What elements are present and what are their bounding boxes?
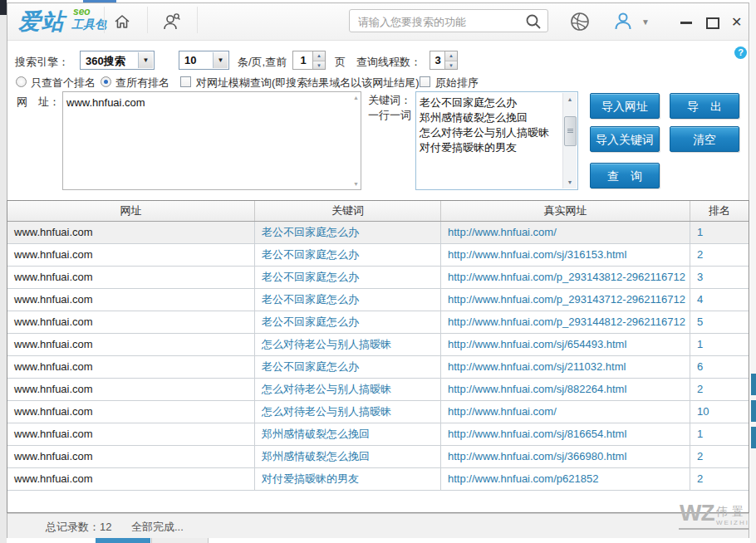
cell-rank: 1 [690,222,749,243]
cell-rank: 4 [690,289,749,311]
table-row[interactable]: www.hnfuai.com 对付爱搞暧昧的男友 http://www.hnfu… [7,468,749,491]
import-keywords-button[interactable]: 导入关键词 [590,126,660,152]
cell-real-url[interactable]: http://www.hnfuai.com/sj/654493.html [441,334,690,355]
table-row[interactable]: www.hnfuai.com 郑州感情破裂怎么挽回 http://www.hnf… [7,446,749,468]
threads-stepper[interactable]: 3 ▲▼ [430,51,458,70]
stepper-down-icon[interactable]: ▼ [445,61,457,70]
scroll-up-icon[interactable]: ▲ [563,93,577,105]
header-keyword[interactable]: 关键词 [255,201,441,221]
table-row[interactable]: www.hnfuai.com 老公不回家庭怎么办 http://www.hnfu… [7,356,749,379]
cell-url: www.hnfuai.com [7,446,255,467]
header-url[interactable]: 网址 [7,201,255,221]
header-rank[interactable]: 排名 [690,201,749,221]
cell-url: www.hnfuai.com [7,423,255,445]
close-button[interactable]: ✕ [731,16,742,29]
cell-url: www.hnfuai.com [7,244,255,266]
user-search-icon[interactable] [162,12,180,30]
cell-keyword: 郑州感情破裂怎么挽回 [255,423,441,445]
browser-globe-icon[interactable] [569,11,591,32]
keywords-scrollbar[interactable]: ▲ ▼ [562,93,577,188]
scroll-down-icon[interactable]: ▼ [563,176,577,188]
cell-url: www.hnfuai.com [7,311,255,333]
chevron-down-icon[interactable]: ▼ [213,52,228,68]
search-icon[interactable] [524,12,542,31]
cell-keyword: 怎么对待老公与别人搞暧昧 [255,334,441,355]
cell-rank: 2 [690,446,749,467]
table-row[interactable]: www.hnfuai.com 老公不回家庭怎么办 http://www.hnfu… [7,311,749,334]
radio-first-rank[interactable] [16,76,27,87]
cell-real-url[interactable]: http://www.hnfuai.com/sj/882264.html [441,379,690,400]
scroll-down-icon[interactable]: ▼ [353,181,359,187]
table-row[interactable]: www.hnfuai.com 郑州感情破裂怎么挽回 http://www.hnf… [7,423,749,446]
cell-real-url[interactable]: http://www.hnfuai.com/sj/816654.html [441,423,690,445]
keywords-textarea[interactable]: 老公不回家庭怎么办 郑州感情破裂怎么挽回 怎么对待老公与别人搞暧昧 对付爱搞暧昧… [418,94,564,190]
chevron-down-icon[interactable]: ▼ [138,52,153,68]
cell-real-url[interactable]: http://www.hnfuai.com/ [441,222,690,243]
url-textarea[interactable]: www.hnfuai.com [65,94,351,190]
query-button[interactable]: 查 询 [590,163,660,188]
titlebar-separator [147,7,148,33]
cell-rank: 5 [690,311,749,333]
cell-real-url[interactable]: http://www.hnfuai.com/p_293143712-296211… [441,289,690,311]
app-logo: 爱站 [18,7,65,37]
scrollbar-thumb[interactable] [564,116,577,146]
cell-url: www.hnfuai.com [7,379,255,400]
stepper-up-icon[interactable]: ▲ [445,51,457,61]
help-icon[interactable]: ? [734,46,747,59]
cell-rank: 6 [690,356,749,378]
cell-real-url[interactable]: http://www.hnfuai.com/sj/211032.html [441,356,690,378]
cell-keyword: 老公不回家庭怎么办 [255,289,441,311]
maximize-button[interactable] [706,17,719,29]
table-row[interactable]: www.hnfuai.com 老公不回家庭怎么办 http://www.hnfu… [7,267,749,289]
scroll-up-icon[interactable]: ▲ [353,95,359,100]
table-row[interactable]: www.hnfuai.com 怎么对待老公与别人搞暧昧 http://www.h… [7,401,749,423]
function-search-input[interactable] [356,11,526,32]
account-dropdown-caret[interactable]: ▼ [641,17,650,27]
cell-real-url[interactable]: http://www.hnfuai.com/ [441,401,690,423]
total-records-label: 总记录数：12 [46,520,111,535]
cell-real-url[interactable]: http://www.hnfuai.com/p_293143812-296211… [441,267,690,288]
cell-real-url[interactable]: http://www.hnfuai.com/p_293144812-296211… [441,311,690,333]
cell-keyword: 对付爱搞暧昧的男友 [255,468,441,490]
titlebar-separator [197,7,198,33]
cell-real-url[interactable]: http://www.hnfuai.com/p621852 [441,468,690,490]
account-icon[interactable] [612,10,634,32]
minimize-button[interactable] [680,22,692,24]
keywords-label: 关键词： [368,93,411,108]
checkbox-original-order[interactable] [420,76,430,87]
table-row[interactable]: www.hnfuai.com 老公不回家庭怎么办 http://www.hnfu… [7,289,749,311]
watermark-wz: WZ [680,500,714,526]
watermark-underline [679,528,749,530]
stepper-down-icon[interactable]: ▼ [313,61,325,70]
threads-stepper-value: 3 [430,54,445,66]
table-row[interactable]: www.hnfuai.com 怎么对待老公与别人搞暧昧 http://www.h… [7,379,749,401]
cell-keyword: 老公不回家庭怎么办 [255,356,441,378]
status-message: 全部完成... [131,520,184,535]
pagesize-select[interactable]: 10 ▼ [179,51,229,70]
cell-rank: 1 [690,423,749,445]
table-row[interactable]: www.hnfuai.com 老公不回家庭怎么办 http://www.hnfu… [7,244,749,267]
stepper-up-icon[interactable]: ▲ [313,51,325,61]
function-search-box[interactable] [349,9,548,32]
cell-rank: 10 [690,401,749,423]
clear-button[interactable]: 清空 [670,126,739,152]
background-edge-fragment [751,400,756,422]
export-button[interactable]: 导 出 [670,93,739,119]
import-urls-button[interactable]: 导入网址 [590,93,660,119]
radio-all-ranks[interactable] [101,76,111,87]
cell-url: www.hnfuai.com [7,334,255,355]
pages-stepper[interactable]: 1 ▲▼ [292,51,326,70]
engine-label: 搜索引擎： [15,55,69,70]
cell-real-url[interactable]: http://www.hnfuai.com/sj/316153.html [441,244,690,266]
header-real-url[interactable]: 真实网址 [441,201,690,221]
cell-keyword: 老公不回家庭怎么办 [255,311,441,333]
engine-select[interactable]: 360搜索 ▼ [80,51,155,70]
table-row[interactable]: www.hnfuai.com 怎么对待老公与别人搞暧昧 http://www.h… [7,334,749,356]
table-row[interactable]: www.hnfuai.com 老公不回家庭怎么办 http://www.hnfu… [7,222,749,244]
checkbox-fuzzy-query[interactable] [180,76,191,87]
cell-url: www.hnfuai.com [7,356,255,378]
home-icon[interactable] [113,12,131,31]
app-logo-toolkit: 工具包 [71,17,106,32]
cell-real-url[interactable]: http://www.hnfuai.com/sj/366980.html [441,446,690,467]
table-body: www.hnfuai.com 老公不回家庭怎么办 http://www.hnfu… [7,222,749,491]
